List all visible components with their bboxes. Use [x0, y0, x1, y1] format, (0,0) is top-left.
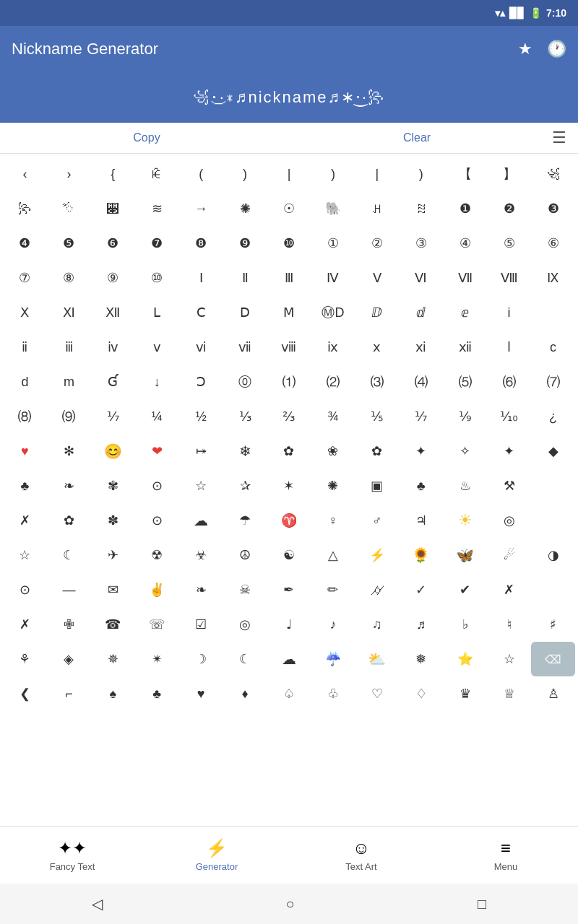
symbol-cell[interactable]: ⑴ [267, 365, 311, 399]
symbol-cell[interactable]: 😊 [91, 434, 135, 468]
symbol-cell[interactable]: ꫃ [91, 191, 135, 226]
nav-menu[interactable]: ≡ Menu [434, 827, 578, 884]
symbol-cell[interactable]: ❸ [531, 191, 575, 226]
symbol-cell[interactable]: ♕ [487, 676, 531, 711]
symbol-cell[interactable]: ⅴ [135, 330, 179, 365]
symbol-cell[interactable]: ♣ [3, 468, 47, 503]
symbol-cell[interactable]: ⊙ [135, 468, 179, 503]
symbol-cell[interactable]: c [531, 330, 575, 365]
symbol-cell[interactable]: ☆ [179, 468, 223, 503]
symbol-cell[interactable]: ☆ [487, 642, 531, 676]
symbol-cell[interactable]: ⅺ [399, 330, 443, 365]
back-button[interactable]: ◁ [92, 895, 103, 912]
symbol-cell[interactable]: ◎ [487, 503, 531, 538]
symbol-cell[interactable]: ꃅ [355, 191, 399, 226]
symbol-cell[interactable]: ⅇ [443, 295, 487, 330]
symbol-cell[interactable]: ⚘ [3, 642, 47, 676]
symbol-cell[interactable]: ⚡ [355, 538, 399, 572]
symbol-cell[interactable]: ½ [179, 399, 223, 434]
symbol-cell[interactable]: ⑦ [3, 261, 47, 295]
symbol-cell[interactable]: ☆ [3, 538, 47, 572]
symbol-cell[interactable]: ♣ [135, 676, 179, 711]
symbol-cell[interactable]: ❹ [3, 226, 47, 261]
symbol-cell[interactable]: 🐘 [311, 191, 355, 226]
symbol-cell[interactable]: ⑵ [311, 365, 355, 399]
symbol-cell[interactable]: ♈ [267, 503, 311, 538]
symbol-cell[interactable]: ⅵ [179, 330, 223, 365]
symbol-cell[interactable]: Ⅷ [487, 261, 531, 295]
symbol-cell[interactable]: Ⅹ [3, 295, 47, 330]
nav-text-art[interactable]: ☺ Text Art [289, 827, 434, 884]
symbol-cell[interactable]: ❼ [135, 226, 179, 261]
symbol-cell[interactable]: ⅆ [399, 295, 443, 330]
symbol-cell[interactable]: ⑥ [531, 226, 575, 261]
symbol-cell[interactable]: Ⅻ [91, 295, 135, 330]
symbol-cell[interactable]: ◈ [47, 642, 91, 676]
symbol-cell[interactable]: ¾ [311, 399, 355, 434]
symbol-cell[interactable]: ☾ [47, 538, 91, 572]
symbol-cell[interactable]: ꫁ [47, 191, 91, 226]
symbol-cell[interactable]: ❅ [399, 642, 443, 676]
symbol-cell[interactable]: 【 [443, 157, 487, 191]
symbol-cell[interactable]: ❄ [223, 434, 267, 468]
symbol-cell[interactable]: ⭐ [443, 642, 487, 676]
symbol-cell[interactable]: ♀ [311, 503, 355, 538]
symbol-cell[interactable]: ⅸ [311, 330, 355, 365]
symbol-cell[interactable]: ♙ [531, 676, 575, 711]
symbol-cell[interactable]: ❾ [223, 226, 267, 261]
symbol-cell[interactable]: ⅼ [487, 330, 531, 365]
symbol-cell[interactable]: ✌ [135, 572, 179, 607]
symbol-cell[interactable]: ✾ [91, 468, 135, 503]
symbol-cell[interactable]: ⑨ [91, 261, 135, 295]
symbol-cell[interactable]: ◆ [531, 434, 575, 468]
symbol-cell[interactable]: ① [311, 226, 355, 261]
symbol-cell[interactable]: ⅐ [91, 399, 135, 434]
symbol-cell[interactable]: — [47, 572, 91, 607]
symbol-cell[interactable]: ⑺ [531, 365, 575, 399]
symbol-cell[interactable]: Ɠ [91, 365, 135, 399]
symbol-cell[interactable]: Ⅲ [267, 261, 311, 295]
symbol-cell[interactable]: Ⅶ [443, 261, 487, 295]
symbol-cell[interactable]: ✗ [3, 607, 47, 642]
symbol-cell[interactable]: ✙ [47, 607, 91, 642]
symbol-cell[interactable]: m [47, 365, 91, 399]
symbol-cell[interactable] [531, 572, 575, 607]
symbol-cell[interactable]: ◎ [223, 607, 267, 642]
symbol-cell[interactable]: ♮ [487, 607, 531, 642]
symbol-cell[interactable]: Ↄ [179, 365, 223, 399]
home-button[interactable]: ○ [285, 896, 294, 912]
symbol-cell[interactable]: → [179, 191, 223, 226]
symbol-cell[interactable]: ☁ [179, 503, 223, 538]
symbol-cell[interactable]: ✦ [399, 434, 443, 468]
symbol-cell[interactable]: 🌻 [399, 538, 443, 572]
symbol-cell[interactable]: ② [355, 226, 399, 261]
symbol-cell[interactable]: ♬ [399, 607, 443, 642]
symbol-cell[interactable]: ♢ [399, 676, 443, 711]
symbol-cell[interactable]: ✦ [487, 434, 531, 468]
symbol-cell[interactable]: ⌐ [47, 676, 91, 711]
symbol-cell[interactable]: | [355, 157, 399, 191]
symbol-cell[interactable]: ✗ [3, 503, 47, 538]
symbol-cell[interactable]: ♯ [531, 607, 575, 642]
symbol-cell[interactable]: ☏ [135, 607, 179, 642]
symbol-cell[interactable]: ④ [443, 226, 487, 261]
symbol-cell[interactable]: ✒ [267, 572, 311, 607]
symbol-cell[interactable]: ⅐ [399, 399, 443, 434]
symbol-cell[interactable]: ⑼ [47, 399, 91, 434]
symbol-cell[interactable]: ♦ [223, 676, 267, 711]
favorite-button[interactable]: ★ [518, 40, 532, 58]
symbol-cell[interactable]: ♪ [311, 607, 355, 642]
symbol-cell[interactable]: ⑤ [487, 226, 531, 261]
symbol-cell[interactable]: ♩ [267, 607, 311, 642]
history-button[interactable]: 🕐 [547, 40, 566, 58]
menu-lines-icon[interactable]: ☰ [552, 128, 566, 147]
symbol-cell[interactable]: ✿ [47, 503, 91, 538]
symbol-cell[interactable]: ♣ [399, 468, 443, 503]
symbol-cell[interactable]: ꀗ [135, 157, 179, 191]
symbol-cell[interactable]: ¿ [531, 399, 575, 434]
symbol-cell[interactable]: ✻ [47, 434, 91, 468]
symbol-cell[interactable]: Ⅿ [267, 295, 311, 330]
symbol-cell[interactable]: ☾ [223, 642, 267, 676]
symbol-cell[interactable]: ❽ [179, 226, 223, 261]
symbol-cell[interactable]: ⅳ [91, 330, 135, 365]
